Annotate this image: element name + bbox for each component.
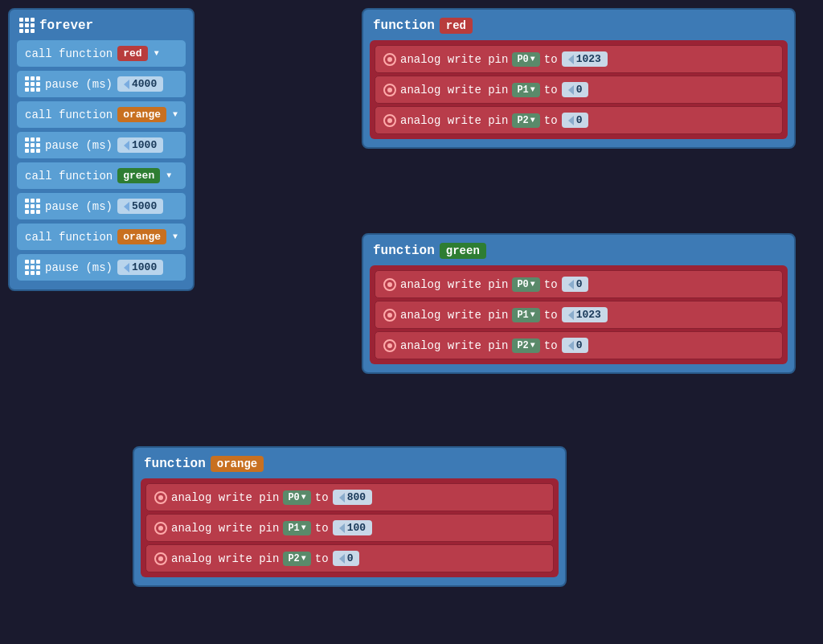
to-label-9: to [315,552,329,565]
pin-p1-3[interactable]: P1 ▼ [283,521,310,535]
fn-badge-orange-1[interactable]: orange [117,107,166,122]
to-label-8: to [315,522,329,535]
analog-write-label-8: analog write pin [171,522,279,535]
analog-value-orange-p1[interactable]: 100 [333,520,372,535]
to-label-1: to [544,53,558,66]
forever-body: call function red ▼ pause (ms) 4000 call… [16,39,186,281]
pause-grid-icon-4 [25,260,40,275]
pin-p0-3[interactable]: P0 ▼ [283,490,310,505]
analog-green-p2[interactable]: analog write pin P2 ▼ to 0 [375,331,783,359]
function-red-block: function red analog write pin P0 ▼ to 10… [362,8,796,149]
pause-value-4[interactable]: 1000 [117,260,163,275]
pause-grid-icon-3 [25,199,40,214]
analog-write-label-2: analog write pin [400,84,508,96]
pin-p1-1[interactable]: P1 ▼ [512,83,539,97]
analog-value-red-p1[interactable]: 0 [562,82,589,97]
call-function-label-4: call function [25,231,113,244]
function-orange-block: function orange analog write pin P0 ▼ to… [133,446,567,587]
analog-write-label-6: analog write pin [400,339,508,352]
function-keyword-orange: function [144,457,206,471]
analog-circle-icon-8 [154,522,167,535]
pin-p1-2[interactable]: P1 ▼ [512,308,539,322]
pause-value-2[interactable]: 1000 [117,137,163,153]
dropdown-orange-1[interactable]: ▼ [173,110,178,119]
analog-red-p0[interactable]: analog write pin P0 ▼ to 1023 [375,45,783,73]
pin-p2-1[interactable]: P2 ▼ [512,113,539,128]
analog-orange-p0[interactable]: analog write pin P0 ▼ to 800 [145,483,554,511]
forever-block: forever call function red ▼ pause (ms) 4… [8,8,194,291]
analog-circle-icon-5 [383,309,396,322]
pause-grid-icon-1 [25,76,40,92]
analog-value-orange-p2[interactable]: 0 [333,551,360,566]
analog-circle-icon-3 [383,114,396,127]
function-green-name[interactable]: green [440,243,486,259]
analog-value-red-p0[interactable]: 1023 [562,51,608,67]
analog-red-p1[interactable]: analog write pin P1 ▼ to 0 [375,76,783,104]
dropdown-orange-2[interactable]: ▼ [173,232,178,241]
call-function-red[interactable]: call function red ▼ [16,39,186,68]
analog-value-green-p2[interactable]: 0 [562,338,589,353]
analog-write-label-3: analog write pin [400,114,508,127]
analog-orange-p2[interactable]: analog write pin P2 ▼ to 0 [145,544,554,572]
fn-badge-orange-2[interactable]: orange [117,229,166,244]
analog-green-p0[interactable]: analog write pin P0 ▼ to 0 [375,270,783,298]
analog-value-red-p2[interactable]: 0 [562,113,589,128]
function-red-header: function red [370,14,788,40]
pause-value-3[interactable]: 5000 [117,199,163,214]
analog-value-orange-p0[interactable]: 800 [333,490,372,505]
function-orange-header: function orange [141,453,559,478]
analog-write-label-5: analog write pin [400,309,508,322]
analog-circle-icon-9 [154,552,167,565]
function-keyword-green: function [373,244,435,258]
function-orange-name[interactable]: orange [211,456,264,472]
function-red-body: analog write pin P0 ▼ to 1023 analog wri… [370,40,788,139]
pause-label-3: pause (ms) [45,200,113,213]
call-function-orange-1[interactable]: call function orange ▼ [16,100,186,129]
to-label-4: to [544,278,558,291]
forever-header: forever [16,14,186,39]
fn-badge-red[interactable]: red [117,46,147,61]
function-green-block: function green analog write pin P0 ▼ to … [362,233,796,374]
call-function-green[interactable]: call function green ▼ [16,162,186,190]
pin-p2-2[interactable]: P2 ▼ [512,338,539,353]
pause-label-2: pause (ms) [45,139,113,152]
analog-circle-icon-2 [383,84,396,96]
fn-badge-green[interactable]: green [117,168,160,183]
pause-grid-icon-2 [25,137,40,153]
pause-label-1: pause (ms) [45,78,113,91]
call-function-label-3: call function [25,170,113,183]
function-orange-body: analog write pin P0 ▼ to 800 analog writ… [141,478,559,577]
dropdown-red[interactable]: ▼ [154,49,159,58]
pin-p0-2[interactable]: P0 ▼ [512,277,539,292]
pause-block-2[interactable]: pause (ms) 1000 [16,131,186,159]
dropdown-green[interactable]: ▼ [166,171,171,180]
to-label-5: to [544,309,558,322]
call-function-label-2: call function [25,109,113,121]
analog-red-p2[interactable]: analog write pin P2 ▼ to 0 [375,106,783,134]
grid-icon [19,18,35,33]
pin-p0-1[interactable]: P0 ▼ [512,52,539,67]
forever-label: forever [39,18,93,33]
analog-write-label-1: analog write pin [400,53,508,66]
function-green-header: function green [370,240,788,265]
pause-block-1[interactable]: pause (ms) 4000 [16,70,186,98]
function-red-name[interactable]: red [440,18,473,34]
pause-block-4[interactable]: pause (ms) 1000 [16,253,186,281]
to-label-3: to [544,114,558,127]
analog-write-label-4: analog write pin [400,278,508,291]
pin-p2-3[interactable]: P2 ▼ [283,552,310,566]
analog-circle-icon-1 [383,53,396,66]
analog-value-green-p1[interactable]: 1023 [562,307,608,322]
function-keyword-red: function [373,18,435,33]
analog-value-green-p0[interactable]: 0 [562,277,589,292]
pause-label-4: pause (ms) [45,261,113,274]
analog-green-p1[interactable]: analog write pin P1 ▼ to 1023 [375,301,783,329]
call-function-label: call function [25,47,113,60]
analog-circle-icon-6 [383,339,396,352]
call-function-orange-2[interactable]: call function orange ▼ [16,223,186,251]
pause-value-1[interactable]: 4000 [117,76,163,92]
to-label-7: to [315,491,329,504]
analog-orange-p1[interactable]: analog write pin P1 ▼ to 100 [145,514,554,542]
pause-block-3[interactable]: pause (ms) 5000 [16,192,186,220]
to-label-6: to [544,339,558,352]
